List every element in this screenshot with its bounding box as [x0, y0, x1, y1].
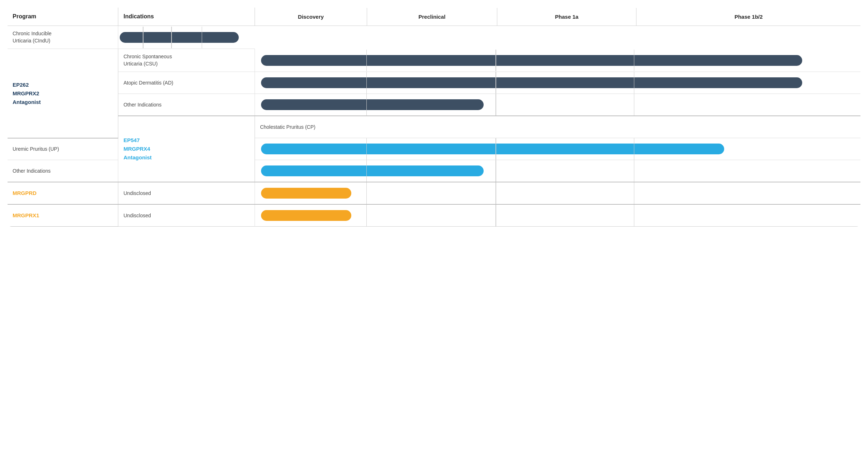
- indication-cell: Uremic Pruritus (UP): [8, 138, 118, 160]
- progress-bar: [261, 165, 484, 176]
- indication-cell: Undisclosed: [118, 182, 255, 204]
- indication-cell: Other Indications: [8, 160, 118, 182]
- indication-cell: Chronic InducibleUrticaria (CIndU): [8, 26, 118, 49]
- header-indications: Indications: [118, 8, 255, 26]
- pipeline-table: Program Indications Discovery Preclinica…: [7, 7, 861, 227]
- progress-bar: [261, 188, 351, 199]
- table-row: MRGPRDUndisclosed: [8, 182, 861, 204]
- program-cell: EP547MRGPRX4Antagonist: [118, 116, 255, 182]
- phases-cell: [255, 94, 861, 116]
- indication-cell: Atopic Dermatitis (AD): [118, 72, 255, 94]
- progress-bar: [120, 32, 238, 43]
- indication-cell: Chronic SpontaneousUrticaria (CSU): [118, 49, 255, 72]
- progress-bar: [261, 77, 802, 88]
- progress-bar: [261, 210, 351, 221]
- progress-bar: [261, 55, 802, 66]
- indication-cell: Other Indications: [118, 94, 255, 116]
- phases-cell: [255, 49, 861, 72]
- header-preclinical: Preclinical: [367, 8, 497, 26]
- phases-cell: [255, 204, 861, 227]
- header-phase1b2: Phase 1b/2: [636, 8, 860, 26]
- indication-cell: Cholestatic Pruritus (CP): [255, 116, 861, 138]
- table-row: Chronic InducibleUrticaria (CIndU): [8, 26, 861, 49]
- table-row: EP262MRGPRX2AntagonistChronic Spontaneou…: [8, 49, 861, 72]
- header-discovery: Discovery: [255, 8, 367, 26]
- program-cell: EP262MRGPRX2Antagonist: [8, 49, 118, 138]
- table-row: Other Indications: [8, 94, 861, 116]
- phases-cell: [255, 182, 861, 204]
- indication-cell: Undisclosed: [118, 204, 255, 227]
- phases-cell: [255, 138, 861, 160]
- header-phase1a: Phase 1a: [497, 8, 636, 26]
- program-cell: MRGPRD: [8, 182, 118, 204]
- header-program: Program: [8, 8, 118, 26]
- table-row: MRGPRX1Undisclosed: [8, 204, 861, 227]
- table-row: EP547MRGPRX4AntagonistCholestatic Prurit…: [8, 116, 861, 138]
- progress-bar: [261, 99, 484, 110]
- phases-cell: [255, 160, 861, 182]
- progress-bar: [261, 144, 724, 154]
- table-row: Atopic Dermatitis (AD): [8, 72, 861, 94]
- phases-cell: [255, 72, 861, 94]
- program-cell: MRGPRX1: [8, 204, 118, 227]
- header-phases: Discovery Preclinical Phase 1a Phase 1b/…: [255, 8, 861, 26]
- phases-cell: [118, 26, 255, 49]
